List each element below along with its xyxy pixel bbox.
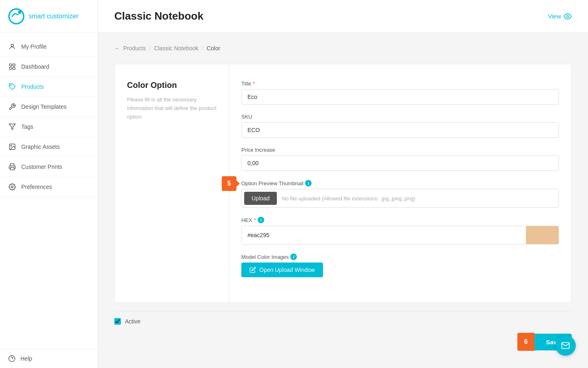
- form-right-wrapper: 5 Title * SKU: [229, 64, 571, 303]
- sidebar-item-preferences-label: Preferences: [21, 184, 52, 190]
- hex-color-preview: [526, 226, 559, 244]
- title-label: Title *: [241, 81, 559, 87]
- sidebar-item-tags-label: Tags: [21, 123, 33, 130]
- svg-point-12: [11, 186, 13, 188]
- thumbnail-info-icon[interactable]: i: [305, 180, 312, 186]
- logo: smart customizer: [0, 0, 98, 33]
- hex-required: *: [254, 217, 256, 223]
- title-input[interactable]: [241, 89, 559, 105]
- help-label: Help: [20, 355, 32, 362]
- sidebar-item-products[interactable]: Products: [0, 77, 98, 97]
- wrench-icon: [8, 103, 16, 111]
- svg-rect-5: [9, 67, 11, 70]
- tag-icon: [8, 83, 16, 91]
- svg-rect-6: [13, 67, 15, 70]
- form-section-title: Color Option: [127, 81, 216, 90]
- active-row: Active: [114, 318, 572, 325]
- breadcrumb-products[interactable]: Products: [123, 45, 146, 52]
- model-color-info-icon[interactable]: i: [290, 254, 297, 260]
- price-label: Price Increase: [241, 147, 559, 153]
- logo-text: smart customizer: [29, 13, 78, 20]
- breadcrumb: ← Products / Classic Notebook / Color: [114, 45, 572, 52]
- active-checkbox[interactable]: [114, 318, 121, 325]
- logo-icon: [8, 8, 24, 25]
- price-field-group: Price Increase: [241, 147, 559, 171]
- sku-label: SKU: [241, 114, 559, 120]
- view-label: View: [548, 13, 561, 20]
- view-button[interactable]: View: [548, 12, 572, 20]
- svg-point-10: [11, 145, 11, 146]
- svg-point-0: [9, 9, 24, 24]
- question-icon: [8, 355, 16, 362]
- step-5-badge-wrapper: 5: [222, 176, 236, 191]
- gear-icon: [8, 183, 16, 191]
- filter-icon: [8, 123, 16, 131]
- header: Classic Notebook View: [98, 0, 588, 33]
- image-icon: [8, 143, 16, 151]
- hex-label: HEX * i: [241, 217, 559, 223]
- sidebar-item-graphic-assets[interactable]: Graphic Assets: [0, 137, 98, 157]
- sidebar-item-products-label: Products: [21, 83, 44, 90]
- form-left: Color Option Please fill in all the nece…: [115, 64, 229, 303]
- form-section-desc: Please fill in all the necessary informa…: [127, 96, 216, 121]
- sidebar-item-graphic-assets-label: Graphic Assets: [21, 144, 60, 150]
- sidebar-item-my-profile-label: My Profile: [21, 43, 47, 50]
- thumbnail-label: Option Preview Thumbnail i: [241, 180, 559, 186]
- content-area: ← Products / Classic Notebook / Color Co…: [98, 33, 588, 368]
- svg-point-7: [10, 85, 11, 85]
- title-field-group: Title *: [241, 81, 559, 105]
- grid-icon: [8, 63, 16, 71]
- svg-marker-8: [9, 124, 16, 130]
- printer-icon: [8, 163, 16, 171]
- sidebar-nav: My Profile Dashboard Products: [0, 33, 98, 349]
- sidebar-item-customer-prints[interactable]: Customer Prints: [0, 157, 98, 177]
- breadcrumb-back[interactable]: ←: [114, 45, 120, 52]
- eye-icon: [564, 12, 572, 20]
- divider: Active 6 Save: [114, 311, 572, 351]
- sidebar-item-tags[interactable]: Tags: [0, 117, 98, 137]
- sku-input[interactable]: [241, 122, 559, 138]
- person-icon: [8, 43, 16, 51]
- active-label[interactable]: Active: [125, 318, 140, 325]
- hex-row: [241, 226, 559, 245]
- sidebar: smart customizer My Profile Dashboard: [0, 0, 98, 368]
- sidebar-item-my-profile[interactable]: My Profile: [0, 37, 98, 57]
- save-row: 6 Save: [114, 333, 572, 351]
- model-color-label: Model Color Images i: [241, 254, 559, 260]
- chat-button[interactable]: [555, 335, 576, 356]
- svg-rect-11: [11, 168, 14, 170]
- open-upload-window-button[interactable]: Open Upload Window: [241, 263, 323, 277]
- form-right: Title * SKU: [229, 64, 571, 303]
- upload-button[interactable]: Upload: [244, 192, 277, 205]
- svg-rect-3: [9, 64, 11, 66]
- breadcrumb-sep-2: /: [202, 45, 203, 52]
- price-input[interactable]: [241, 155, 559, 171]
- sidebar-item-preferences[interactable]: Preferences: [0, 177, 98, 197]
- hex-input[interactable]: [242, 226, 526, 244]
- upload-row: Upload No file uploaded (Allowed file ex…: [241, 189, 559, 208]
- upload-hint: No file uploaded (Allowed file extension…: [282, 195, 415, 202]
- form-container: Color Option Please fill in all the nece…: [114, 64, 572, 303]
- sku-field-group: SKU: [241, 114, 559, 138]
- hex-info-icon[interactable]: i: [258, 217, 264, 223]
- sidebar-item-dashboard-label: Dashboard: [21, 63, 49, 70]
- bottom-section: Active 6 Save: [114, 311, 572, 351]
- breadcrumb-color: Color: [207, 45, 220, 52]
- thumbnail-field-group: Option Preview Thumbnail i Upload No fil…: [241, 180, 559, 208]
- title-required: *: [253, 81, 255, 87]
- step-5-badge: 5: [222, 176, 236, 191]
- breadcrumb-sep-1: /: [149, 45, 151, 52]
- sidebar-item-design-templates[interactable]: Design Templates: [0, 97, 98, 117]
- sidebar-item-dashboard[interactable]: Dashboard: [0, 57, 98, 77]
- svg-point-15: [567, 15, 569, 17]
- sidebar-item-customer-prints-label: Customer Prints: [21, 164, 62, 170]
- hex-field-group: HEX * i: [241, 217, 559, 245]
- svg-rect-4: [13, 64, 15, 66]
- sidebar-help[interactable]: Help: [0, 349, 98, 368]
- pencil-icon: [249, 267, 256, 273]
- svg-point-1: [18, 11, 21, 14]
- breadcrumb-notebook[interactable]: Classic Notebook: [154, 45, 198, 52]
- step-6-badge: 6: [517, 333, 535, 351]
- model-color-field-group: Model Color Images i Open Upload Window: [241, 254, 559, 277]
- page-title: Classic Notebook: [114, 10, 203, 22]
